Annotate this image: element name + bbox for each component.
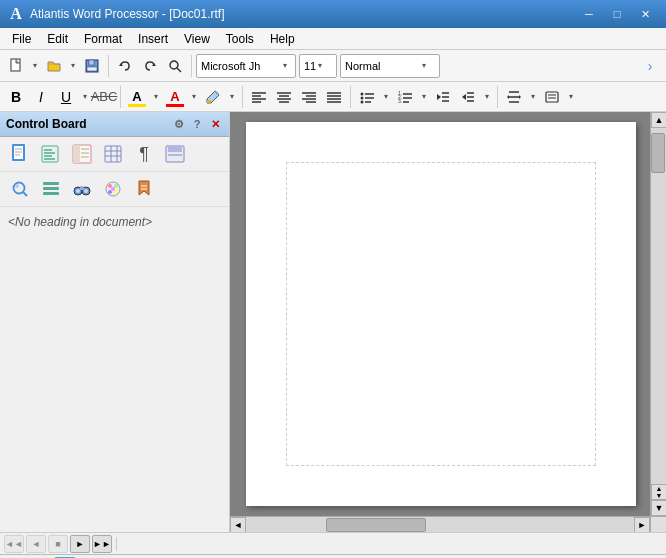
control-board-help[interactable]: ? xyxy=(189,116,205,132)
scroll-h-track[interactable] xyxy=(246,517,634,532)
cb-table-icon[interactable] xyxy=(99,141,127,167)
menu-insert[interactable]: Insert xyxy=(130,29,176,49)
nav-prev-button[interactable]: ◄ xyxy=(26,535,46,553)
svg-rect-85 xyxy=(80,186,84,190)
increase-indent-button[interactable] xyxy=(456,85,480,109)
number-list-button[interactable]: 1.2.3. xyxy=(393,85,417,109)
scroll-right-button[interactable]: ► xyxy=(634,517,650,532)
strikethrough-button[interactable]: ABC xyxy=(92,85,116,109)
nav-stop-button[interactable]: ■ xyxy=(48,535,68,553)
cb-outline-icon[interactable] xyxy=(37,141,65,167)
style-extra-button[interactable] xyxy=(540,85,564,109)
svg-rect-81 xyxy=(43,187,59,190)
number-dropdown-arrow[interactable]: ▾ xyxy=(418,85,430,109)
nav-next-button[interactable]: ► xyxy=(70,535,90,553)
document-page[interactable] xyxy=(246,122,636,506)
horizontal-scrollbar[interactable]: ◄ ► xyxy=(230,516,650,532)
separator5 xyxy=(350,86,351,108)
menu-format[interactable]: Format xyxy=(76,29,130,49)
align-right-button[interactable] xyxy=(297,85,321,109)
control-board-close[interactable]: ✕ xyxy=(207,116,223,132)
font-size-selector[interactable]: 11 ▾ xyxy=(299,54,337,78)
close-button[interactable]: ✕ xyxy=(632,4,658,24)
bullet-dropdown-arrow[interactable]: ▾ xyxy=(380,85,392,109)
svg-rect-8 xyxy=(207,100,211,103)
font-color-button[interactable]: A xyxy=(163,85,187,109)
style-extra-dropdown[interactable]: ▾ xyxy=(565,85,577,109)
undo-button[interactable] xyxy=(113,54,137,78)
bullet-list-button[interactable] xyxy=(355,85,379,109)
redo-button[interactable] xyxy=(138,54,162,78)
underline-arrow[interactable]: ▾ xyxy=(79,85,91,109)
minimize-button[interactable]: ─ xyxy=(576,4,602,24)
underline-button[interactable]: U xyxy=(54,85,78,109)
spacing-dropdown[interactable]: ▾ xyxy=(527,85,539,109)
scroll-down-button[interactable]: ▼ xyxy=(651,500,666,516)
menu-file[interactable]: File xyxy=(4,29,39,49)
align-center-button[interactable] xyxy=(272,85,296,109)
expand-toolbar-button[interactable]: › xyxy=(638,54,662,78)
nav-first-button[interactable]: ◄◄ xyxy=(4,535,24,553)
style-selector[interactable]: Normal ▾ xyxy=(340,54,440,78)
cb-doc-map-icon[interactable] xyxy=(68,141,96,167)
svg-rect-76 xyxy=(168,147,182,150)
maximize-button[interactable]: □ xyxy=(604,4,630,24)
new-button[interactable] xyxy=(4,54,28,78)
cb-icons-row2 xyxy=(0,172,229,207)
new-dropdown-button[interactable]: ▾ xyxy=(29,54,41,78)
menu-tools[interactable]: Tools xyxy=(218,29,262,49)
page-content-area[interactable] xyxy=(286,162,596,466)
cb-page-icon[interactable] xyxy=(6,141,34,167)
align-left-button[interactable] xyxy=(247,85,271,109)
cb-binoculars-icon[interactable] xyxy=(68,176,96,202)
svg-line-78 xyxy=(23,192,27,196)
scroll-h-thumb[interactable] xyxy=(326,518,426,532)
svg-point-93 xyxy=(111,187,115,191)
svg-rect-68 xyxy=(105,146,121,162)
highlight-arrow[interactable]: ▾ xyxy=(150,85,162,109)
svg-marker-37 xyxy=(437,94,441,100)
cb-zoom-icon[interactable] xyxy=(6,176,34,202)
svg-marker-41 xyxy=(462,94,466,100)
svg-rect-82 xyxy=(43,192,59,195)
svg-point-91 xyxy=(108,190,112,194)
scroll-down-up-button[interactable]: ▲▼ xyxy=(651,484,666,500)
scroll-v-thumb[interactable] xyxy=(651,133,665,173)
cb-pilcrow-icon[interactable]: ¶ xyxy=(130,141,158,167)
vertical-scrollbar[interactable]: ▲ ▲▼ ▼ xyxy=(650,112,666,516)
menu-view[interactable]: View xyxy=(176,29,218,49)
menu-edit[interactable]: Edit xyxy=(39,29,76,49)
paint-button[interactable] xyxy=(201,85,225,109)
spacing-button[interactable] xyxy=(502,85,526,109)
scroll-left-button[interactable]: ◄ xyxy=(230,517,246,532)
separator4 xyxy=(242,86,243,108)
paint-arrow[interactable]: ▾ xyxy=(226,85,238,109)
cb-ribbon-icon[interactable] xyxy=(130,176,158,202)
save-button[interactable] xyxy=(80,54,104,78)
font-name-selector[interactable]: Microsoft Jh ▾ xyxy=(196,54,296,78)
find-button[interactable] xyxy=(163,54,187,78)
svg-point-6 xyxy=(170,61,178,69)
cb-no-heading: <No heading in document> xyxy=(0,207,229,532)
highlight-button[interactable]: A xyxy=(125,85,149,109)
cb-palette-icon[interactable] xyxy=(99,176,127,202)
open-dropdown-button[interactable] xyxy=(42,54,66,78)
italic-button[interactable]: I xyxy=(29,85,53,109)
svg-marker-46 xyxy=(507,95,509,99)
cb-list2-icon[interactable] xyxy=(37,176,65,202)
document-area[interactable]: ▲ ▲▼ ▼ ◄ ► xyxy=(230,112,666,532)
menu-help[interactable]: Help xyxy=(262,29,303,49)
control-board-settings[interactable]: ⚙ xyxy=(171,116,187,132)
scroll-up-button[interactable]: ▲ xyxy=(651,112,666,128)
indent-dropdown-arrow[interactable]: ▾ xyxy=(481,85,493,109)
bold-button[interactable]: B xyxy=(4,85,28,109)
decrease-indent-button[interactable] xyxy=(431,85,455,109)
font-color-arrow[interactable]: ▾ xyxy=(188,85,200,109)
scroll-v-track[interactable] xyxy=(651,128,666,484)
svg-point-79 xyxy=(15,184,19,188)
align-justify-button[interactable] xyxy=(322,85,346,109)
nav-last-button[interactable]: ►► xyxy=(92,535,112,553)
style-dropdown-arrow: ▾ xyxy=(422,61,426,70)
cb-list-icon[interactable] xyxy=(161,141,189,167)
open-btn-arrow[interactable]: ▾ xyxy=(67,54,79,78)
